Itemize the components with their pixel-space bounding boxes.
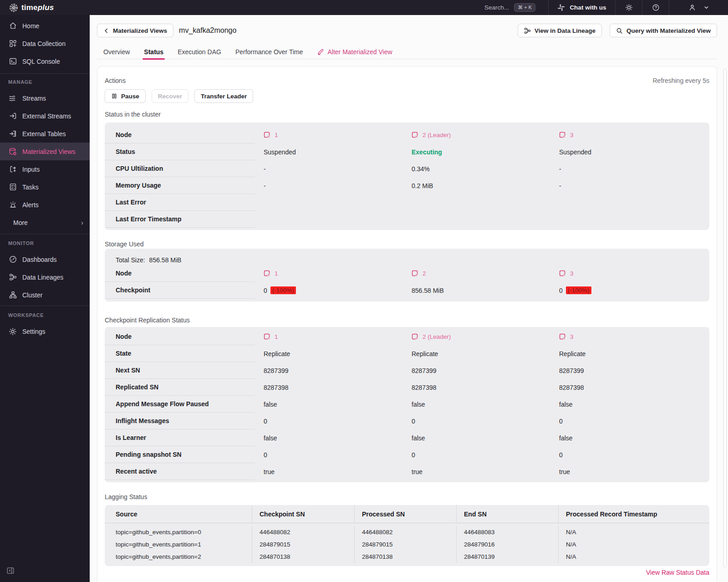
timeplus-logo[interactable]: timeplus [0,3,54,12]
node-badge: 1 [264,270,278,277]
alerts-icon [8,200,17,209]
vertical-scrollbar[interactable] [723,69,727,567]
data-collection-icon [8,39,17,48]
chevron-right-icon: › [81,219,83,226]
checkpoint-node1: 0(-100%) [255,282,403,299]
sidebar-item-home[interactable]: Home [0,17,90,35]
tab-execution-dag[interactable]: Execution DAG [178,45,221,59]
checkpoint-node3: 0(-100%) [550,282,709,299]
divider [0,234,90,234]
pencil-icon [317,48,324,56]
table-row: Inflight Messages 0 0 0 [105,413,709,429]
node-badge: 2 (Leader) [412,333,451,341]
sidebar-item-materialized-views[interactable]: Materialized Views [0,143,90,160]
cluster-status-table: Node 1 2 (Leader) 3 Status Suspended Exe… [105,123,709,230]
recover-button[interactable]: Recover [152,89,188,103]
search-input[interactable]: Search... ⌘ + K [472,0,548,15]
divider [0,306,90,306]
table-row: Last Error [105,194,709,211]
alter-materialized-view-link[interactable]: Alter Materialized View [317,48,392,56]
sidebar-section-manage: MANAGE [0,78,90,86]
page-title: mv_kafka2mongo [179,26,236,35]
transfer-leader-button[interactable]: Transfer Leader [194,89,253,103]
help-icon [652,4,660,11]
lineage-icon [524,27,531,34]
actions-row: Actions Refreshing every 5s [105,77,709,84]
inputs-icon [8,165,17,174]
table-row: Next SN 8287399 8287399 8287399 [105,362,709,379]
storage-used-table: Total Size:856.58 MiB Node 1 2 3 Checkpo… [105,249,709,301]
node-icon [559,132,566,139]
theme-toggle-button[interactable] [615,0,642,15]
sun-icon [625,4,633,11]
node-icon [412,333,419,341]
replication-status-title: Checkpoint Replication Status [105,317,709,324]
table-row: CPU Ultilization - 0.34% - [105,160,709,177]
sidebar-item-alerts[interactable]: Alerts [0,196,90,214]
node-icon [412,132,419,139]
search-icon [616,27,623,34]
streams-icon [8,94,17,103]
pause-icon [111,93,117,99]
node-icon [264,333,271,341]
tab-status[interactable]: Status [144,45,163,59]
node3-status: Suspended [550,143,709,160]
replication-status-table: Node 1 2 (Leader) 3 State Replicate Repl… [105,327,709,482]
sidebar-item-streams[interactable]: Streams [0,89,90,107]
sidebar-item-more[interactable]: More › [0,214,90,231]
back-to-materialized-views-button[interactable]: Materialized Views [97,24,173,37]
node-badge: 3 [559,333,574,341]
refresh-interval-note: Refreshing every 5s [652,77,709,84]
user-menu[interactable] [669,0,728,15]
sidebar-item-tasks[interactable]: Tasks [0,178,90,196]
timeplus-rings-icon [9,3,18,12]
table-row: topic=github_events,partition=0 44648808… [105,526,709,538]
sql-console-icon [8,57,17,66]
node2-status: Executing [403,143,550,160]
materialized-views-icon [8,147,17,156]
table-row: State Replicate Replicate Replicate [105,345,709,362]
table-row: Status Suspended Executing Suspended [105,143,709,160]
table-row: Replicated SN 8287398 8287398 8287398 [105,379,709,396]
tab-overview[interactable]: Overview [103,45,130,59]
sidebar-item-settings[interactable]: Settings [0,322,90,340]
table-row: Append Message Flow Paused false false f… [105,396,709,413]
sidebar-item-cluster[interactable]: Cluster [0,286,90,304]
divider [0,73,90,74]
view-in-data-lineage-button[interactable]: View in Data Lineage [518,24,602,37]
brand-wordmark: timeplus [21,3,54,12]
storage-used-title: Storage Used [105,240,709,248]
pause-button[interactable]: Pause [105,89,146,103]
sidebar-item-external-tables[interactable]: External Tables [0,125,90,143]
lagging-table-header: Source Checkpoint SN Processed SN End SN… [105,505,709,523]
chat-with-us-button[interactable]: Chat with us [548,0,615,15]
help-button[interactable] [642,0,669,15]
sidebar-item-dashboards[interactable]: Dashboards [0,250,90,268]
lagging-status-table: Source Checkpoint SN Processed SN End SN… [105,505,709,566]
column-header: Source [105,505,252,523]
sidebar-item-data-collection[interactable]: Data Collection [0,35,90,52]
node-badge: 2 (Leader) [412,132,451,139]
home-icon [8,21,17,31]
sidebar-item-inputs[interactable]: Inputs [0,160,90,178]
view-raw-status-data-link[interactable]: View Raw Status Data [646,569,709,576]
total-size: Total Size:856.58 MiB [105,249,709,265]
slack-icon [557,4,565,11]
table-row: Checkpoint 0(-100%) 856.58 MiB 0(-100%) [105,282,709,299]
sidebar-item-data-lineages[interactable]: Data Lineages [0,268,90,286]
query-with-materialized-view-button[interactable]: Query with Materialized View [610,24,717,37]
search-placeholder: Search... [484,4,509,11]
table-row: Recent active true true true [105,463,709,480]
table-row: topic=github_events,partition=2 28487013… [105,551,709,563]
user-icon [688,4,696,11]
node-icon [264,132,271,139]
top-bar: timeplus Search... ⌘ + K Chat with us [0,0,728,15]
column-header: Processed SN [354,505,456,523]
sidebar-item-sql-console[interactable]: SQL Console [0,52,90,70]
sidebar-item-external-streams[interactable]: External Streams [0,107,90,125]
table-row: Is Learner false false false [105,429,709,446]
column-header: End SN [456,505,558,523]
collapse-sidebar-button[interactable] [6,567,15,575]
tab-performance-over-time[interactable]: Performance Over Time [235,45,303,59]
tasks-icon [8,183,17,192]
